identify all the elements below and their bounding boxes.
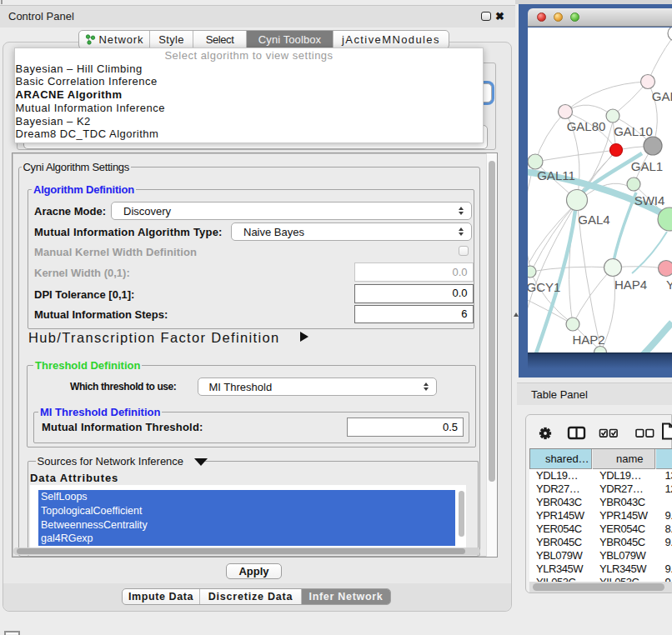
svg-text:GAL11: GAL11	[537, 168, 575, 182]
svg-text:HAP2: HAP2	[572, 332, 604, 347]
svg-text:GCY1: GCY1	[528, 280, 560, 294]
svg-text:GAL2: GAL2	[652, 89, 672, 103]
svg-text:GAL10: GAL10	[614, 124, 653, 138]
svg-text:GAL1: GAL1	[631, 159, 663, 173]
svg-text:GAL80: GAL80	[567, 119, 606, 133]
svg-text:HAP4: HAP4	[614, 278, 647, 292]
svg-text:Y: Y	[666, 278, 672, 292]
svg-text:SWI4: SWI4	[634, 193, 665, 208]
svg-text:GAL4: GAL4	[578, 212, 609, 227]
